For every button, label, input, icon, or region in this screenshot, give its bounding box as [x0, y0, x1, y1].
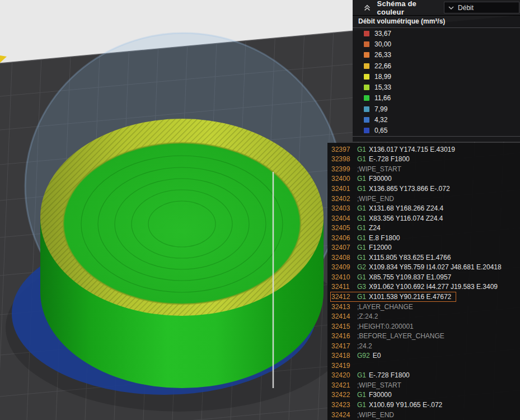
gcode-comment: ;Z:24.2: [357, 312, 378, 320]
gcode-line[interactable]: 32417;24.2: [330, 341, 377, 351]
gcode-comment: ;WIPE_END: [357, 195, 394, 203]
gcode-line[interactable]: 32420G1E-.728 F1800: [330, 371, 415, 381]
legend-color-swatch: [364, 74, 369, 80]
gcode-line-number: 32413: [331, 303, 352, 311]
legend-panel: Schéma de couleur Débit Débit volumétriq…: [353, 0, 520, 142]
legend-value: 22,66: [374, 62, 391, 70]
gcode-line[interactable]: 32415;HEIGHT:0.200001: [330, 321, 419, 332]
gcode-line[interactable]: 32424;WIPE_END: [330, 410, 399, 420]
gcode-line[interactable]: 32410G1X85.755 Y109.837 E1.0957: [330, 272, 456, 282]
gcode-line[interactable]: 32399;WIPE_START: [330, 164, 406, 174]
view-type-value: Débit: [458, 4, 474, 12]
gcode-line[interactable]: 32412G1X101.538 Y90.216 E.47672: [330, 292, 456, 302]
gcode-line-number: 32397: [331, 146, 352, 153]
gcode-line[interactable]: 32403G1X131.68 Y168.266 Z24.4: [330, 203, 448, 213]
gcode-command: G1: [357, 244, 366, 251]
gcode-line[interactable]: 32401G1X136.865 Y173.866 E-.072: [330, 184, 455, 194]
gcode-line-number: 32401: [331, 185, 352, 193]
gcode-line-number: 32409: [331, 263, 352, 271]
gcode-line-number: 32404: [331, 214, 352, 222]
gcode-comment: ;24.2: [357, 342, 372, 350]
gcode-params: X85.755 Y109.837 E1.0957: [369, 273, 451, 281]
gcode-line[interactable]: 32414;Z:24.2: [330, 311, 383, 321]
gcode-params: X115.805 Y83.625 E1.4766: [369, 254, 451, 262]
gcode-line[interactable]: 32422G1F30000: [330, 390, 397, 400]
gcode-params: E-.728 F1800: [369, 155, 410, 163]
gcode-line[interactable]: 32407G1F12000: [330, 242, 397, 253]
gcode-line[interactable]: 32402;WIPE_END: [330, 194, 399, 204]
gcode-line-number: 32414: [331, 312, 352, 320]
gcode-command: G2: [357, 263, 366, 271]
gcode-params: X136.017 Y174.715 E.43019: [369, 146, 455, 153]
legend-item: 7,99: [353, 104, 520, 114]
gcode-line[interactable]: 32400G1F30000: [330, 174, 397, 184]
gcode-comment: ;WIPE_START: [357, 381, 401, 389]
gcode-line-number: 32419: [331, 362, 352, 370]
legend-color-swatch: [364, 128, 369, 133]
gcode-line[interactable]: 32419: [330, 361, 362, 371]
legend-value: 30,00: [374, 40, 391, 48]
legend-item: 33,67: [353, 28, 520, 39]
gcode-command: G3: [357, 283, 366, 291]
gcode-command: G1: [357, 234, 366, 242]
legend-value: 7,99: [374, 105, 387, 113]
legend-color-swatch: [364, 31, 369, 36]
gcode-line[interactable]: 32418G92E0: [330, 351, 386, 361]
gcode-comment: ;WIPE_END: [357, 411, 394, 419]
view-type-dropdown[interactable]: Débit: [444, 2, 519, 13]
gcode-line-number: 32407: [331, 244, 352, 251]
gcode-line[interactable]: 32423G1X100.69 Y91.065 E-.072: [330, 400, 447, 410]
gcode-line[interactable]: 32398G1E-.728 F1800: [330, 155, 415, 165]
gcode-params: X83.356 Y116.074 Z24.4: [369, 214, 443, 222]
gcode-command: G1: [357, 293, 366, 301]
legend-items: 33,6730,0026,3322,6618,9915,3311,667,994…: [353, 28, 520, 136]
gcode-command: G1: [357, 146, 366, 153]
gcode-command: G1: [357, 273, 366, 281]
gcode-command: G1: [357, 214, 366, 222]
legend-color-swatch: [364, 52, 369, 58]
legend-header: Schéma de couleur Débit: [353, 0, 520, 15]
gcode-line-number: 32423: [331, 401, 352, 409]
gcode-command: G1: [357, 391, 366, 399]
gcode-line[interactable]: 32416;BEFORE_LAYER_CHANGE: [330, 331, 449, 341]
legend-value: 15,33: [374, 83, 391, 91]
legend-title: Schéma de couleur: [377, 0, 444, 16]
gcode-command: G1: [357, 185, 366, 193]
gcode-line-number: 32411: [331, 283, 352, 291]
gcode-command: G1: [357, 224, 366, 232]
gcode-line[interactable]: 32404G1X83.356 Y116.074 Z24.4: [330, 213, 448, 223]
legend-value: 11,66: [374, 94, 391, 102]
gcode-params: E0: [373, 352, 381, 360]
gcode-params: X91.062 Y100.692 I44.277 J19.583 E.3409: [369, 283, 498, 291]
gcode-line[interactable]: 32409G2X109.834 Y85.759 I14.027 J48.681 …: [330, 263, 507, 273]
legend-item: 4,32: [353, 114, 520, 125]
gcode-line-number: 32412: [331, 293, 352, 301]
gcode-comment: ;BEFORE_LAYER_CHANGE: [357, 332, 444, 340]
gcode-command: G1: [357, 254, 366, 262]
gcode-line[interactable]: 32421;WIPE_START: [330, 380, 406, 390]
gcode-line[interactable]: 32397G1X136.017 Y174.715 E.43019: [330, 144, 460, 155]
gcode-command: G92: [357, 352, 370, 360]
gcode-line[interactable]: 32411G3X91.062 Y100.692 I44.277 J19.583 …: [330, 282, 503, 292]
gcode-line[interactable]: 32405G1Z24: [330, 223, 386, 233]
gcode-line-number: 32399: [331, 165, 352, 173]
legend-color-swatch: [364, 117, 369, 123]
collapse-legend-button[interactable]: [363, 3, 372, 12]
gcode-line-number: 32405: [331, 224, 352, 232]
gcode-params: E.8 F1800: [369, 234, 400, 242]
gcode-line[interactable]: 32413;LAYER_CHANGE: [330, 302, 418, 312]
gcode-line[interactable]: 32408G1X115.805 Y83.625 E1.4766: [330, 253, 456, 263]
gcode-params: F30000: [369, 175, 392, 183]
gcode-params: Z24: [369, 224, 381, 232]
gcode-line-number: 32417: [331, 342, 352, 350]
gcode-line-number: 32418: [331, 352, 352, 360]
gcode-params: X109.834 Y85.759 I14.027 J48.681 E.20418: [369, 263, 502, 271]
chevrons-up-icon: [363, 4, 371, 12]
gcode-viewer-panel: 32397G1X136.017 Y174.715 E.4301932398G1E…: [327, 143, 520, 420]
legend-item: 0,65: [353, 125, 520, 136]
gcode-line-number: 32424: [331, 411, 352, 419]
gcode-command: G1: [357, 155, 366, 163]
gcode-comment: ;LAYER_CHANGE: [357, 303, 413, 311]
legend-value: 26,33: [374, 51, 391, 59]
gcode-line[interactable]: 32406G1E.8 F1800: [330, 233, 405, 243]
